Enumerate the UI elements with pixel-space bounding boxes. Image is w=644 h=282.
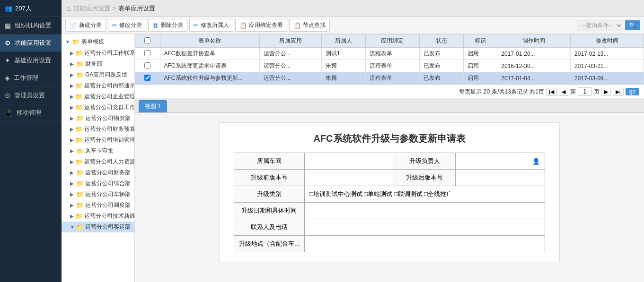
data-table: 表单名称所属应用所属人应用绑定状态标识制作时间修改时间 AFC数据差异协查单运营… xyxy=(135,34,644,85)
tree-item-renli[interactable]: ▶📁运营分公司人力资源部 xyxy=(62,156,134,167)
row-0-col-1: AFC数据差异协查单 xyxy=(160,48,259,60)
home-icon[interactable]: ⌂ xyxy=(66,4,71,13)
tree-folder-icon-cheliang: 📁 xyxy=(76,191,84,198)
tree-item-dangqun[interactable]: ▶📁运营分公司党群工作部 xyxy=(62,102,134,113)
sidebar-item-func-app[interactable]: ⚙功能应用设置 xyxy=(0,34,62,52)
sidebar-item-work[interactable]: ◈工作管理 xyxy=(0,69,62,87)
sidebar-item-org[interactable]: ▦组织机构设置 xyxy=(0,17,62,34)
tree-folder-icon-chepiao: 📁 xyxy=(76,147,84,154)
tree-folder-icon-wuzi: 📁 xyxy=(76,115,84,122)
tree-expand-wuzi: ▶ xyxy=(70,116,75,121)
tree-item-caiwuyebi[interactable]: ▶📁运营分公司财务预算业务 xyxy=(62,124,134,135)
sidebar-item-mobile[interactable]: 📱移动管理 xyxy=(0,104,62,122)
table-area: 表单名称所属应用所属人应用绑定状态标识制作时间修改时间 AFC数据差异协查单运营… xyxy=(135,34,644,85)
form-row-location: 升级地点（含配合车... xyxy=(234,236,545,252)
form-label-ver-before: 升级前版本号 xyxy=(234,170,305,186)
tree-label-oa: OA应用问题反馈 xyxy=(85,71,127,79)
table-row[interactable]: AFC数据差异协查单运营分公...测试1流程表单已发布启用2017-01-20.… xyxy=(135,48,644,60)
row-2-col-2: 运营分公... xyxy=(259,72,321,85)
right-panel: 表单名称所属应用所属人应用绑定状态标识制作时间修改时间 AFC数据差异协查单运营… xyxy=(135,34,644,282)
node-check-button[interactable]: 📋 节点查找 xyxy=(289,19,330,32)
tree-expand-gongzuobu: ▶ xyxy=(70,51,74,56)
tree-item-neibu[interactable]: ▶📁运营分公司内部通示单 xyxy=(62,80,134,91)
sidebar-label-org: 组织机构设置 xyxy=(15,21,52,30)
first-page-btn[interactable]: |◀ xyxy=(546,88,557,96)
prev-page-btn[interactable]: ◀ xyxy=(559,88,568,96)
next-page-btn[interactable]: ▶ xyxy=(601,88,611,96)
tree-expand-renli: ▶ xyxy=(70,159,74,164)
row-checkbox-1[interactable] xyxy=(144,62,150,68)
breadcrumb-separator: 功能应用设置 xyxy=(73,4,110,13)
app-bind-button[interactable]: 📋 应用绑定查看 xyxy=(235,19,287,32)
sidebar-label-admin: 管理员设置 xyxy=(14,91,45,100)
row-1-checkbox-cell[interactable] xyxy=(135,60,160,72)
tree-folder-icon-peixun: 📁 xyxy=(75,137,83,144)
tree-item-keyun[interactable]: ▼📁运营分公司客运部 xyxy=(62,222,134,232)
sidebar-item-admin[interactable]: ⊙管理员设置 xyxy=(0,87,62,104)
view-tab-1[interactable]: 视图 1 xyxy=(139,100,167,112)
topbar: ⌂ 功能应用设置 > 表单应用设置 xyxy=(62,0,644,17)
tree-expand-dangqun: ▶ xyxy=(70,105,74,110)
tree-expand-chepiao: ▶ xyxy=(70,148,75,154)
tree-label-dangqun: 运营分公司党群工作部 xyxy=(84,103,134,111)
table-header-col-2: 所属应用 xyxy=(259,34,321,48)
form-value-workshop xyxy=(304,153,394,170)
edit-owner-button[interactable]: ✏ 修改所属人 xyxy=(189,19,233,32)
tree-label-renli: 运营分公司人力资源部 xyxy=(84,158,134,166)
row-0-checkbox-cell[interactable] xyxy=(135,48,160,60)
sidebar-icon-mobile: 📱 xyxy=(5,109,13,117)
row-1-col-5: 已发布 xyxy=(419,60,463,72)
tree-label-diaodu: 运营分公司调度部 xyxy=(85,201,131,209)
table-body: AFC数据差异协查单运营分公...测试1流程表单已发布启用2017-01-20.… xyxy=(135,48,644,85)
person-select-icon[interactable]: 👤 xyxy=(532,158,540,165)
tree-item-caiwubu2[interactable]: ▶📁运营分公司财务部 xyxy=(62,167,134,178)
form-label-ver-after: 升级后版本号 xyxy=(394,170,455,186)
sidebar-icon-basic-app: ✦ xyxy=(5,57,10,64)
tree-item-oa[interactable]: ▶📁OA应用问题反馈 xyxy=(62,69,134,80)
row-1-col-7: 2016-12-30... xyxy=(497,60,571,72)
sidebar-item-basic-app[interactable]: ✦基础应用设置 xyxy=(0,52,62,69)
tree-item-caiwubu[interactable]: ▶📁财务部 xyxy=(62,59,134,69)
table-row[interactable]: AFC系统变更需求申请表运营分公...朱博流程表单已发布启用2016-12-30… xyxy=(135,60,644,72)
delete-category-label: 删除分类 xyxy=(160,21,183,29)
edit-category-button[interactable]: ✏ 修改分类 xyxy=(108,19,146,32)
row-checkbox-2[interactable] xyxy=(144,75,150,81)
total-info: 条/共13条记录 共1页 xyxy=(492,88,544,96)
tree-item-cheliang[interactable]: ▶📁运营分公司车辆部 xyxy=(62,189,134,200)
tree-expand-jishu: ▶ xyxy=(70,214,74,219)
search-condition-select[interactable]: --查询条件-- xyxy=(577,20,623,31)
tree-item-wuzi[interactable]: ▶📁运营分公司物资部 xyxy=(62,113,134,124)
tree-item-chepiao[interactable]: ▶📁乘车卡审批 xyxy=(62,145,134,156)
delete-category-button[interactable]: 🗑 删除分类 xyxy=(148,19,187,32)
row-checkbox-0[interactable] xyxy=(144,50,150,56)
tree-item-jishu[interactable]: ▶📁运营分公司技术新线部 xyxy=(62,211,134,222)
table-header-col-0 xyxy=(135,34,160,48)
row-0-col-6: 启用 xyxy=(463,48,497,60)
main-content: ⌂ 功能应用设置 > 表单应用设置 📄 新建分类 ✏ 修改分类 🗑 删除分类 ✏… xyxy=(62,0,644,282)
form-row-version: 升级前版本号 升级后版本号 xyxy=(234,170,545,186)
page-input[interactable] xyxy=(578,87,592,96)
tree-expand-diaodu: ▶ xyxy=(70,203,75,208)
tree-item-zonghebo[interactable]: ▶📁运营分公司综合部 xyxy=(62,178,134,189)
row-2-checkbox-cell[interactable] xyxy=(135,72,160,85)
tree-item-peixun[interactable]: ▶📁运营分公司培训管理部 xyxy=(62,135,134,145)
row-2-col-3: 朱博 xyxy=(322,72,366,85)
table-header-col-4: 应用绑定 xyxy=(365,34,419,48)
tree-item-diaodu[interactable]: ▶📁运营分公司调度部 xyxy=(62,200,134,211)
tree-label-keyun: 运营分公司客运部 xyxy=(85,223,131,231)
tree-item-qiyeguanli[interactable]: ▶📁运营分公司企业管理部 xyxy=(62,91,134,102)
go-button[interactable]: go xyxy=(626,88,639,95)
edit-category-icon: ✏ xyxy=(112,22,117,29)
select-all-checkbox[interactable] xyxy=(144,37,150,43)
tree-item-gongzuobu[interactable]: ▶📁运营分公司工作联系单 xyxy=(62,48,134,59)
table-header-col-7: 制作时间 xyxy=(497,34,571,48)
new-category-button[interactable]: 📄 新建分类 xyxy=(65,19,106,32)
table-row[interactable]: AFC系统软件升级与参数更新...运营分公...朱博流程表单已发布启用2017-… xyxy=(135,72,644,85)
sidebar-icon-org: ▦ xyxy=(5,22,11,29)
sidebar-header: 👥 207人 xyxy=(0,0,62,17)
tree-expand-neibu: ▶ xyxy=(70,83,74,88)
form-row-workshop: 所属车间 升级负责人 👤 xyxy=(234,153,545,170)
row-1-col-3: 朱博 xyxy=(322,60,366,72)
last-page-btn[interactable]: ▶| xyxy=(613,88,624,96)
search-button[interactable]: 🔍 xyxy=(625,20,640,30)
